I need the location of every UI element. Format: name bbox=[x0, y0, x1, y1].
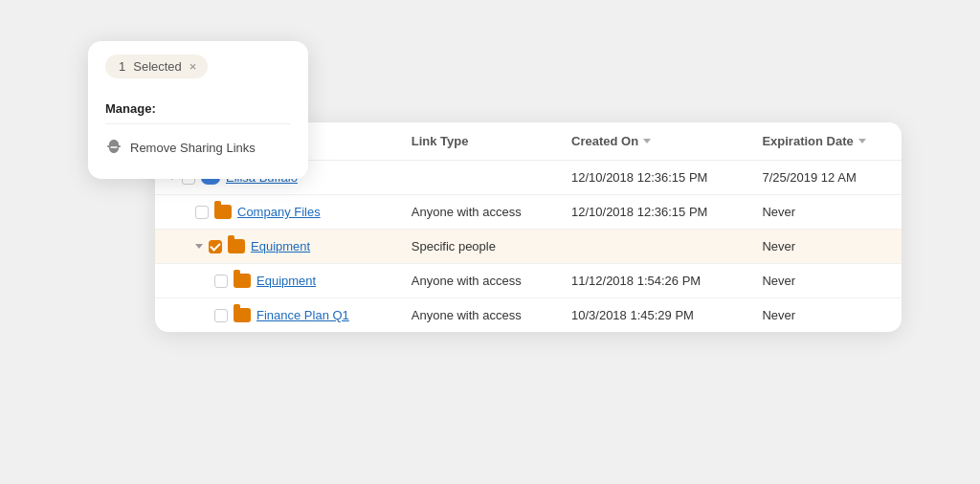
created-on-cell: 12/10/2018 12:36:15 PM bbox=[558, 195, 748, 230]
link-type-cell: Anyone with access bbox=[398, 264, 558, 298]
selected-badge: 1 Selected × bbox=[105, 55, 208, 78]
col-expiration-date-label: Expiration Date bbox=[762, 134, 853, 148]
link-type-cell: Specific people bbox=[398, 230, 558, 264]
table-row: Finance Plan Q1 Anyone with access 10/3/… bbox=[155, 298, 902, 333]
row-checkbox-equipment[interactable] bbox=[209, 240, 222, 253]
row-name-equipment-parent[interactable]: Equipment bbox=[251, 239, 310, 253]
chevron-down-icon bbox=[195, 244, 203, 249]
name-cell: Equipment bbox=[155, 230, 398, 264]
name-cell: Equipment bbox=[155, 264, 398, 298]
table-row: Company Files Anyone with access 12/10/2… bbox=[155, 195, 902, 230]
created-on-cell bbox=[558, 230, 748, 264]
row-expand-equip[interactable] bbox=[195, 244, 203, 249]
row-checkbox-company[interactable] bbox=[195, 206, 209, 219]
table-row: Equipment Anyone with access 11/12/2018 … bbox=[155, 264, 902, 298]
row-checkbox-equipment-child[interactable] bbox=[214, 275, 228, 288]
remove-sharing-action[interactable]: Remove Sharing Links bbox=[105, 134, 291, 162]
row-name-company[interactable]: Company Files bbox=[237, 205, 321, 219]
created-on-cell: 11/12/2018 1:54:26 PM bbox=[558, 264, 748, 298]
link-type-cell: Anyone with access bbox=[398, 195, 558, 230]
scene: 1 Selected × Manage: Remove Sharing Link… bbox=[78, 41, 902, 443]
link-type-cell bbox=[398, 161, 558, 195]
remove-sharing-label: Remove Sharing Links bbox=[130, 141, 256, 155]
col-created-on-label: Created On bbox=[571, 134, 638, 148]
divider bbox=[105, 123, 291, 124]
table-row: Equipment Specific people Never bbox=[155, 230, 902, 264]
expiration-cell: 7/25/2019 12 AM bbox=[748, 161, 902, 195]
expiration-sort-icon[interactable] bbox=[858, 139, 866, 143]
created-on-cell: 12/10/2018 12:36:15 PM bbox=[558, 161, 748, 195]
popup-card: 1 Selected × Manage: Remove Sharing Link… bbox=[88, 41, 308, 179]
manage-label: Manage: bbox=[105, 101, 291, 116]
remove-sharing-icon bbox=[105, 138, 122, 158]
col-created-on: Created On bbox=[558, 122, 748, 161]
row-name-equipment-child[interactable]: Equipment bbox=[256, 274, 316, 288]
name-cell: Company Files bbox=[155, 195, 398, 230]
selected-label: Selected bbox=[133, 59, 182, 74]
folder-icon bbox=[234, 274, 251, 288]
name-cell: Finance Plan Q1 bbox=[155, 298, 398, 333]
selected-count: 1 bbox=[119, 59, 125, 74]
col-link-type: Link Type bbox=[398, 122, 558, 161]
row-name-finance[interactable]: Finance Plan Q1 bbox=[256, 308, 349, 322]
expiration-cell: Never bbox=[748, 230, 902, 264]
close-button[interactable]: × bbox=[189, 60, 197, 73]
link-type-cell: Anyone with access bbox=[398, 298, 558, 333]
folder-icon bbox=[214, 205, 232, 219]
created-on-sort-icon[interactable] bbox=[643, 139, 651, 143]
col-link-type-label: Link Type bbox=[412, 134, 469, 148]
folder-icon bbox=[228, 239, 245, 253]
col-expiration-date: Expiration Date bbox=[748, 122, 902, 161]
expiration-cell: Never bbox=[748, 264, 902, 298]
expiration-cell: Never bbox=[748, 195, 902, 230]
expiration-cell: Never bbox=[748, 298, 902, 333]
folder-icon bbox=[234, 308, 251, 322]
created-on-cell: 10/3/2018 1:45:29 PM bbox=[558, 298, 748, 333]
row-checkbox-finance[interactable] bbox=[214, 309, 228, 322]
